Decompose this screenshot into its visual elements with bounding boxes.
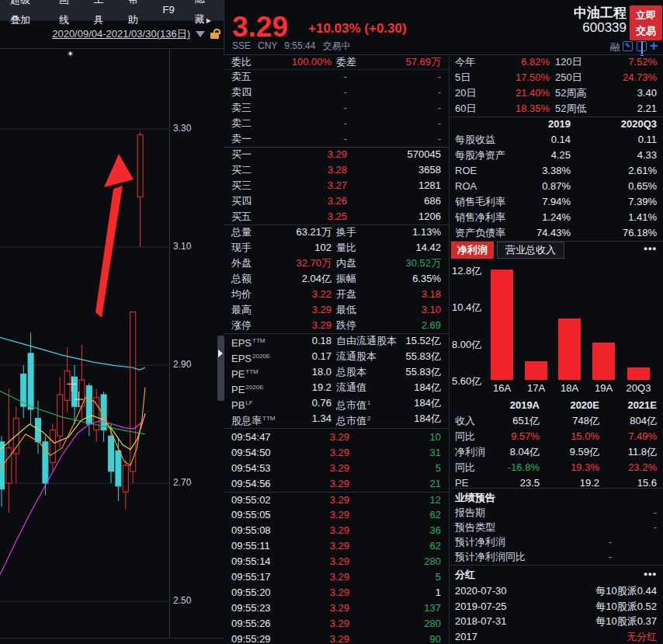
candle [6,447,12,483]
buy-price: 3.27 [328,178,347,193]
financial-value-2019: 4.25 [551,148,571,163]
forecast-header-row: 2019A2020E2021E [449,398,663,413]
stat-row-label1: 现手 [231,240,252,256]
label-superscript: TTM [252,337,265,344]
forecast-row: 同比9.57%15.0%7.49% [449,429,663,444]
dividend-section: 分红 ••• 2020-07-30每10股派0.442019-07-25每10股… [449,565,663,644]
timesales-row[interactable]: 09:55:113.2962 [224,538,449,554]
forecast-label: 同比 [455,460,475,475]
kline-chart[interactable]: 3.303.102.902.702.50 [0,0,224,644]
quote-header: 3.29 +10.03% (+0.30) SSECNY9:55:44交易中 中油… [224,0,663,54]
period-value2: 7.52% [628,54,657,70]
tick-time: 09:55:14 [231,554,271,569]
timesales-row[interactable]: 09:55:203.291 [224,585,449,600]
period-value1: 6.82% [521,54,550,70]
alert-bell-icon[interactable] [637,41,647,51]
sell-row[interactable]: 卖四-- [224,85,449,100]
timesales-row[interactable]: 09:55:263.29280 [224,616,449,632]
financial-label: 销售毛利率 [455,194,505,210]
forecast-value: 804亿 [630,413,657,429]
forecast-col-2020E: 2020E [570,398,599,413]
valuation-row: PETTM18.0总股本55.83亿 [224,364,449,380]
tab-net-profit[interactable]: 净利润 [451,242,494,259]
tick-time: 09:55:29 [231,632,271,644]
timesales-row[interactable]: 09:55:023.2912 [224,493,449,508]
divider [449,241,663,242]
earnings-forecast-title: 业绩预告 [455,491,495,505]
buy-row[interactable]: 买三3.271281 [224,178,449,193]
trade-now-button[interactable]: 立即 交易 [630,5,662,40]
timesales-row[interactable]: 09:55:233.29137 [224,600,449,616]
more-menu-icon[interactable]: ••• [644,242,657,254]
financial-value-2020q3: 0.65% [628,179,657,194]
price-axis-label: 3.30 [173,123,191,134]
dividend-date: 2019-07-25 [455,599,507,614]
forecast-col-2021E: 2021E [627,398,657,413]
sell-row[interactable]: 卖二-- [224,116,449,131]
weibi-label: 委比 [231,54,252,69]
buy-row[interactable]: 买五3.251206 [224,209,449,225]
valuation-row: EPSTTM0.18自由流通股本15.52亿 [224,333,449,349]
tick-qty: 280 [424,616,441,632]
valuation-row-value1: 18.0 [312,364,332,380]
stat-row-value2: 3.18 [422,287,441,302]
bar-chart-ytick: 10.4亿 [452,301,481,315]
stat-row-label2: 量比 [336,240,356,256]
timesales-row[interactable]: 09:54:533.295 [224,461,449,476]
timesales-row[interactable]: 09:54:503.2931 [224,445,449,461]
earnings-forecast-row: 预计净利润同比- [449,549,663,564]
divider [224,147,449,148]
buy-row[interactable]: 买二3.283658 [224,162,449,178]
tab-revenue[interactable]: 营业总收入 [497,242,564,259]
label-superscript: 2 [367,415,370,422]
add-watchlist-icon[interactable]: + [650,38,658,54]
stat-row: 总额2.04亿振幅6.35% [224,271,449,287]
valuation-stats: EPSTTM0.18自由流通股本15.52亿EPS2020E0.17流通股本55… [224,333,449,428]
timesales-row[interactable]: 09:55:173.295 [224,569,449,585]
buy-qty: 686 [424,193,441,209]
timesales-row[interactable]: 09:55:293.2990 [224,632,449,644]
earnings-forecast-row: 预告类型- [449,520,663,534]
dividend-more-icon[interactable]: ••• [644,568,657,580]
sell-row[interactable]: 卖一-- [224,131,449,147]
earnings-forecast-value: - [609,549,612,564]
dividend-row: 2019-07-25每10股派0.52 [449,599,663,614]
market-status-line: SSECNY9:55:44交易中 [232,40,357,53]
buy-row[interactable]: 买四3.26686 [224,193,449,209]
tick-qty: 137 [424,600,441,616]
timesales-row[interactable]: 09:54:473.2910 [224,430,449,445]
stat-row-value2: 1.13% [412,225,441,240]
tick-time: 09:54:53 [231,461,271,476]
stat-row-value1: 3.29 [312,318,332,333]
financial-label: ROE [455,163,477,179]
sell-row[interactable]: 卖三-- [224,100,449,116]
edit-icon[interactable]: ✎ [623,41,633,51]
tick-qty: 31 [430,445,441,461]
earnings-forecast-label: 预告类型 [455,520,495,534]
bar-chart-ytick: 5.60亿 [452,374,481,388]
financial-col-2019: 2019 [548,117,571,132]
stat-row-label2: 内盘 [336,256,356,271]
timesales-row[interactable]: 09:55:083.2936 [224,523,449,538]
timesales-row[interactable]: 09:55:143.29280 [224,554,449,569]
timesales-row[interactable]: 09:54:563.2921 [224,476,449,493]
tick-price: 3.29 [330,616,349,632]
label-superscript: 1 [367,399,370,406]
financial-value-2020q3: 2.61% [628,163,657,179]
earnings-forecast-row: 报告期- [449,505,663,520]
sell-row[interactable]: 卖五-- [224,69,449,85]
buy-row[interactable]: 买一3.29570045 [224,147,449,162]
sell-level-label: 卖五 [231,69,252,85]
bar-20Q3 [627,367,650,380]
sell-qty: - [438,69,441,85]
bar-chart-xtick: 19A [587,382,621,394]
candle [28,353,33,409]
financial-row: 每股净资产4.254.33 [449,148,663,163]
trading-status: 交易中 [322,40,350,51]
dividend-value: 每10股派0.44 [595,583,657,598]
stat-row-value2: 14.42 [415,240,441,256]
time-sales-list[interactable]: 09:54:473.291009:54:503.293109:54:533.29… [224,428,449,644]
weicha-label: 委差 [336,54,356,69]
timesales-row[interactable]: 09:55:053.2962 [224,507,449,523]
net-profit-bar-chart: 12.8亿10.4亿8.00亿5.60亿16A17A18A19A20Q3 [449,259,663,398]
